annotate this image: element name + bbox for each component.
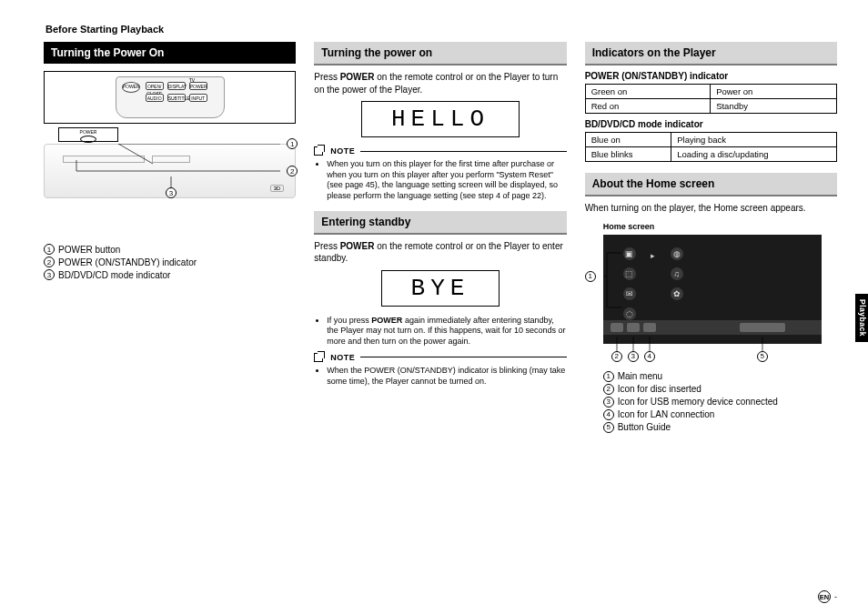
table-power-indicator: Green onPower on Red onStandby	[585, 84, 837, 114]
bar-disc-icon	[611, 323, 623, 332]
remote-open-close-button: OPEN/CLOSE	[146, 82, 164, 90]
note-icon	[314, 353, 323, 362]
heading-turning-power-on: Turning the power on	[314, 42, 566, 65]
legend-item: Icon for LAN connection	[618, 409, 715, 419]
home-icon: ⬚	[623, 267, 636, 280]
page-language-badge: EN-	[818, 590, 837, 603]
home-icon: ▣	[623, 247, 636, 260]
home-icon: ♫	[671, 267, 683, 280]
legend-item: POWER button	[58, 245, 120, 255]
home-icon: ◌	[623, 307, 636, 320]
note-label: NOTE	[330, 353, 355, 362]
remote-audio-button: AUDIO	[146, 94, 164, 102]
note-icon	[314, 146, 323, 156]
side-tab-playback: Playback	[855, 294, 868, 342]
para-standby: Press POWER on the remote control or on …	[314, 240, 566, 265]
legend-item: Icon for disc inserted	[618, 384, 701, 394]
callout-number-5: 5	[757, 351, 768, 362]
remote-display-button: DISPLAY	[167, 82, 186, 90]
column-right: Indicators on the Player POWER (ON/STAND…	[585, 42, 837, 435]
heading-indicators: Indicators on the Player	[585, 42, 837, 65]
para-power-on: Press POWER on the remote control or on …	[314, 71, 566, 96]
callout-number-3: 3	[628, 351, 639, 362]
remote-subtitle-button: SUBTITLE	[167, 94, 186, 102]
column-left: Turning the Power On POWER OPEN/CLOSE DI…	[44, 42, 296, 435]
para-home-screen: When turning on the player, the Home scr…	[585, 202, 837, 215]
home-arrow-icon: ▸	[647, 249, 660, 262]
heading-turning-power-on-main: Turning the Power On	[44, 42, 296, 64]
callout-number-3: 3	[166, 187, 177, 198]
remote-tv-power-button: POWER	[189, 82, 207, 90]
callout-number-4: 4	[644, 351, 655, 362]
bullet-standby-wait: If you press POWER again immediately aft…	[327, 316, 566, 347]
bar-lan-icon	[643, 323, 656, 332]
column-middle: Turning the power on Press POWER on the …	[314, 42, 566, 435]
legend-list-player: 1POWER button 2POWER (ON/STANDBY) indica…	[44, 244, 296, 280]
note-bullet-blinking: When the POWER (ON/STANDBY) indicator is…	[327, 366, 566, 387]
callout-number-1: 1	[585, 271, 596, 282]
callout-number-1: 1	[287, 138, 298, 149]
callout-number-2: 2	[611, 351, 622, 362]
legend-list-home: 1Main menu 2Icon for disc inserted 3Icon…	[603, 371, 837, 433]
remote-illustration: POWER OPEN/CLOSE DISPLAY TV POWER AUDIO …	[44, 71, 296, 124]
callout-number-2: 2	[287, 166, 298, 176]
heading-home-screen: About the Home screen	[585, 173, 837, 196]
legend-item: Button Guide	[618, 422, 671, 432]
table-mode-indicator: Blue onPlaying back Blue blinksLoading a…	[585, 132, 837, 162]
bar-button-guide	[740, 323, 785, 332]
remote-power-button: POWER	[122, 82, 140, 93]
note-bullet: When you turn on this player for the fir…	[327, 159, 566, 202]
table-caption-power: POWER (ON/STANDBY) indicator	[585, 71, 837, 81]
table-caption-mode: BD/DVD/CD mode indicator	[585, 119, 837, 129]
home-screen-caption: Home screen	[603, 222, 837, 231]
callout-power-zoom: POWER	[58, 127, 118, 142]
heading-entering-standby: Entering standby	[314, 211, 566, 235]
lcd-hello: HELLO	[361, 101, 520, 137]
legend-item: Icon for USB memory device connected	[618, 397, 778, 407]
legend-item: BD/DVD/CD mode indicator	[58, 270, 170, 280]
legend-item: POWER (ON/STANDBY) indicator	[58, 257, 197, 267]
remote-input-button: INPUT	[189, 94, 207, 102]
home-icon: ✿	[671, 287, 683, 300]
bar-usb-icon	[627, 323, 640, 332]
lcd-bye: BYE	[381, 270, 500, 307]
home-screen-illustration: ▣ ▸ ◍ ⬚ ♫ ✉ ✿ ◌	[603, 235, 822, 344]
breadcrumb: Before Starting Playback	[45, 24, 837, 35]
note-label: NOTE	[330, 146, 355, 156]
legend-item: Main menu	[618, 371, 662, 381]
home-icon: ◍	[671, 247, 683, 260]
home-icon: ✉	[623, 287, 636, 300]
